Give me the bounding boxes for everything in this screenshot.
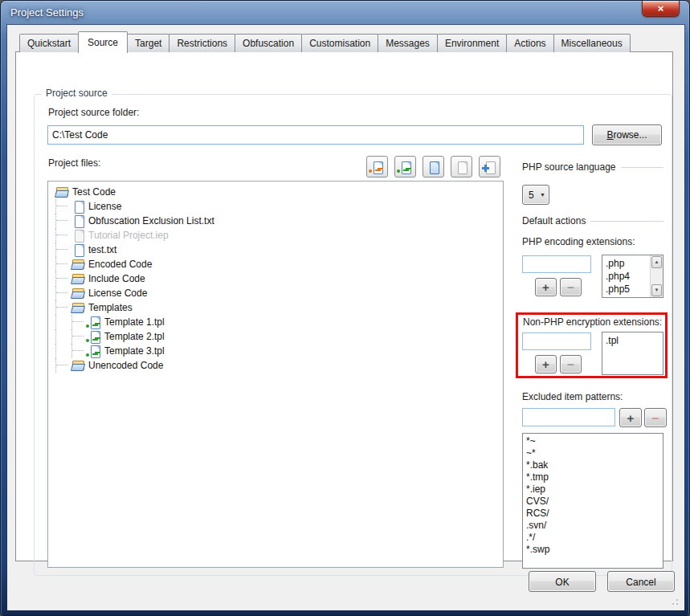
non-php-add-button[interactable]: +	[535, 355, 557, 373]
tree-item[interactable]: Include Code	[55, 271, 503, 286]
list-item[interactable]: .php5	[606, 283, 650, 296]
tree-item-icon	[71, 214, 85, 227]
window-title: Project Settings	[10, 6, 84, 18]
tab-target[interactable]: Target	[127, 34, 169, 52]
ok-button[interactable]: OK	[529, 571, 596, 592]
tree-item-label: Templates	[88, 302, 133, 313]
tree-item[interactable]: Template 1.tpl	[55, 315, 503, 329]
project-source-folder-label: Project source folder:	[48, 107, 139, 118]
list-item[interactable]: .svn/	[526, 520, 663, 532]
php-encoding-extension-input[interactable]	[522, 255, 591, 273]
tree-item-icon	[55, 186, 69, 198]
non-php-encryption-extensions-label: Non-PHP encryption extensions:	[523, 316, 662, 328]
non-php-extensions-list[interactable]: .tpl	[602, 332, 663, 375]
separator-line	[621, 167, 663, 168]
tree-item-icon	[71, 243, 85, 256]
tree-item[interactable]: test.txt	[55, 243, 503, 257]
tab-environment[interactable]: Environment	[437, 34, 507, 52]
list-item[interactable]: *.bak	[526, 459, 663, 471]
close-icon: ×	[658, 2, 664, 14]
list-item[interactable]: *.swp	[526, 544, 663, 556]
tree-item-icon	[88, 316, 101, 328]
tab-strip: Quickstart Source Target Restrictions Ob…	[20, 31, 631, 52]
tree-item[interactable]: Unencoded Code	[55, 358, 503, 373]
tree-item[interactable]: Tutorial Project.iep	[55, 228, 503, 243]
list-item[interactable]: .*/	[526, 532, 663, 544]
cancel-button[interactable]: Cancel	[607, 571, 675, 592]
excluded-item-patterns-label: Excluded item patterns:	[522, 391, 623, 402]
plain-file-button[interactable]	[451, 156, 472, 177]
tree-item[interactable]: Test Code	[55, 185, 503, 199]
title-bar[interactable]: Project Settings ×	[1, 1, 689, 25]
excluded-pattern-input[interactable]	[522, 408, 615, 426]
list-item[interactable]: *.iep	[526, 483, 663, 496]
tab-obfuscation[interactable]: Obfuscation	[235, 34, 302, 52]
excluded-patterns-list[interactable]: *~~**.bak*.tmp*.iepCVS/RCS/.svn/.*/*.swp	[522, 433, 663, 569]
resize-grip-icon[interactable]	[669, 596, 680, 606]
file-action-icon	[427, 161, 440, 173]
tab-restrictions[interactable]: Restrictions	[169, 34, 235, 52]
file-action-icon	[398, 161, 412, 173]
project-source-folder-input[interactable]	[47, 125, 584, 145]
tab-customisation[interactable]: Customisation	[301, 34, 378, 52]
tree-item-icon	[88, 330, 101, 343]
php-source-language-label: PHP source language	[522, 161, 616, 173]
list-item[interactable]: .php4	[606, 270, 650, 283]
excluded-add-button[interactable]: +	[619, 408, 642, 427]
list-item[interactable]: CVS/	[526, 496, 663, 508]
project-files-toolbar	[366, 156, 500, 177]
scroll-up-icon[interactable]: ▲	[651, 256, 662, 268]
tab-source[interactable]: Source	[78, 31, 128, 53]
tree-item[interactable]: Template 2.tpl	[55, 329, 503, 344]
project-files-tree[interactable]: Test Code License Obfuscation Exclusio	[47, 181, 504, 568]
list-item[interactable]: *~	[526, 435, 663, 447]
list-item[interactable]: *.tmp	[526, 471, 663, 483]
tree-item[interactable]: License	[55, 199, 503, 214]
tab-actions[interactable]: Actions	[506, 34, 553, 52]
tree-item-icon	[71, 200, 85, 213]
non-php-extension-input[interactable]	[522, 332, 591, 350]
tree-item-icon	[88, 345, 101, 357]
tree-item[interactable]: Obfuscation Exclusion List.txt	[55, 214, 503, 228]
tree-item-label: Unencoded Code	[88, 360, 163, 371]
list-item[interactable]: ~*	[526, 447, 663, 459]
add-file-button[interactable]	[479, 156, 500, 177]
project-settings-window: Project Settings × Quickstart Source Tar…	[0, 0, 690, 616]
php-encoding-extensions-list[interactable]: .php.php4.php5 ▲ ▼	[602, 255, 663, 298]
excluded-remove-button[interactable]: −	[644, 408, 667, 427]
scrollbar[interactable]: ▲ ▼	[650, 255, 663, 297]
php-source-language-select[interactable]: 5 ▼	[522, 185, 549, 205]
tree-item-icon	[71, 287, 85, 300]
include-file-button[interactable]	[423, 156, 444, 177]
list-item[interactable]: .tpl	[606, 334, 663, 347]
browse-button[interactable]: Browse...	[592, 124, 662, 145]
php-encoding-extensions-label: PHP encoding extensions:	[522, 236, 635, 247]
tree-item-icon	[71, 272, 85, 285]
default-actions-section: Default actions	[522, 215, 663, 226]
tree-item[interactable]: Encoded Code	[55, 257, 503, 271]
tab-messages[interactable]: Messages	[378, 34, 438, 52]
default-actions-label: Default actions	[522, 215, 586, 226]
tab-miscellaneous[interactable]: Miscellaneous	[553, 34, 631, 52]
tree-item-label: License Code	[88, 288, 147, 299]
non-php-remove-button[interactable]: −	[560, 355, 582, 373]
separator-line	[590, 221, 663, 222]
tree-item-label: Tutorial Project.iep	[88, 230, 169, 241]
tree-item[interactable]: License Code	[55, 286, 503, 300]
php-encoding-add-button[interactable]: +	[535, 278, 557, 296]
php-encoding-remove-button[interactable]: −	[560, 278, 582, 296]
tree-item[interactable]: Template 3.tpl	[55, 344, 503, 358]
tree-item-label: Template 3.tpl	[104, 345, 165, 357]
tab-quickstart[interactable]: Quickstart	[19, 34, 79, 52]
encode-key-orange-button[interactable]	[366, 156, 388, 177]
tree-item[interactable]: Templates	[55, 300, 503, 315]
close-button[interactable]: ×	[642, 1, 680, 17]
list-item[interactable]: RCS/	[526, 508, 663, 520]
tree-item-icon	[71, 301, 85, 314]
selected-language: 5	[529, 190, 534, 201]
list-item[interactable]: .php	[606, 257, 650, 270]
scroll-down-icon[interactable]: ▼	[651, 284, 662, 296]
encrypt-key-green-button[interactable]	[394, 156, 416, 177]
chevron-down-icon: ▼	[540, 192, 545, 198]
php-source-language-section: PHP source language	[522, 161, 663, 173]
